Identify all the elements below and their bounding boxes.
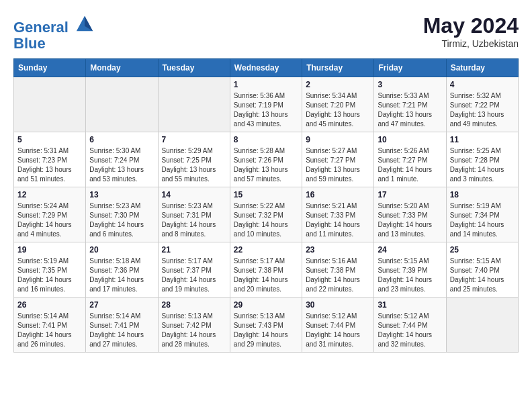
day-info: Sunrise: 5:17 AMSunset: 7:37 PMDaylight:…: [162, 257, 226, 294]
day-number: 29: [234, 300, 298, 310]
day-info: Sunrise: 5:32 AMSunset: 7:22 PMDaylight:…: [450, 91, 515, 129]
calendar-cell: [158, 77, 230, 132]
logo-general: General: [13, 19, 69, 36]
day-info: Sunrise: 5:16 AMSunset: 7:38 PMDaylight:…: [306, 257, 370, 294]
day-info: Sunrise: 5:28 AMSunset: 7:26 PMDaylight:…: [234, 146, 298, 184]
calendar-cell: 22Sunrise: 5:17 AMSunset: 7:38 PMDayligh…: [230, 242, 302, 298]
day-number: 11: [450, 135, 515, 144]
day-info: Sunrise: 5:17 AMSunset: 7:38 PMDaylight:…: [234, 257, 298, 294]
day-number: 28: [162, 300, 226, 310]
weekday-header-saturday: Saturday: [446, 59, 518, 77]
day-info: Sunrise: 5:14 AMSunset: 7:41 PMDaylight:…: [89, 312, 154, 349]
day-info: Sunrise: 5:19 AMSunset: 7:34 PMDaylight:…: [450, 201, 515, 239]
weekday-header-friday: Friday: [374, 59, 446, 77]
calendar-cell: 11Sunrise: 5:25 AMSunset: 7:28 PMDayligh…: [446, 132, 518, 187]
calendar-table: SundayMondayTuesdayWednesdayThursdayFrid…: [13, 58, 519, 353]
calendar-cell: [14, 77, 86, 132]
day-info: Sunrise: 5:15 AMSunset: 7:40 PMDaylight:…: [450, 257, 515, 294]
calendar-cell: 8Sunrise: 5:28 AMSunset: 7:26 PMDaylight…: [230, 132, 302, 187]
calendar-cell: 12Sunrise: 5:24 AMSunset: 7:29 PMDayligh…: [14, 187, 86, 242]
day-info: Sunrise: 5:30 AMSunset: 7:24 PMDaylight:…: [89, 146, 154, 184]
calendar-cell: 9Sunrise: 5:27 AMSunset: 7:27 PMDaylight…: [302, 132, 374, 187]
calendar-week-5: 26Sunrise: 5:14 AMSunset: 7:41 PMDayligh…: [14, 298, 519, 353]
day-number: 23: [306, 245, 370, 255]
weekday-header-sunday: Sunday: [14, 59, 86, 77]
day-info: Sunrise: 5:14 AMSunset: 7:41 PMDaylight:…: [17, 312, 82, 349]
calendar-header-row: SundayMondayTuesdayWednesdayThursdayFrid…: [14, 59, 519, 77]
calendar-cell: 25Sunrise: 5:15 AMSunset: 7:40 PMDayligh…: [446, 242, 518, 298]
day-number: 1: [234, 80, 298, 89]
day-number: 31: [378, 300, 442, 310]
day-number: 7: [162, 135, 226, 144]
calendar-cell: [86, 77, 158, 132]
day-info: Sunrise: 5:13 AMSunset: 7:43 PMDaylight:…: [234, 312, 298, 349]
calendar-cell: 6Sunrise: 5:30 AMSunset: 7:24 PMDaylight…: [86, 132, 158, 187]
day-info: Sunrise: 5:18 AMSunset: 7:36 PMDaylight:…: [89, 257, 154, 294]
calendar-cell: 20Sunrise: 5:18 AMSunset: 7:36 PMDayligh…: [86, 242, 158, 298]
calendar-cell: 3Sunrise: 5:33 AMSunset: 7:21 PMDaylight…: [374, 77, 446, 132]
day-info: Sunrise: 5:25 AMSunset: 7:28 PMDaylight:…: [450, 146, 515, 184]
day-number: 2: [306, 80, 370, 89]
day-number: 12: [17, 190, 82, 199]
weekday-header-wednesday: Wednesday: [230, 59, 302, 77]
month-title: May 2024: [423, 13, 519, 38]
logo: General Blue: [13, 13, 94, 52]
day-number: 24: [378, 245, 442, 255]
day-number: 9: [306, 135, 370, 144]
calendar-cell: 14Sunrise: 5:23 AMSunset: 7:31 PMDayligh…: [158, 187, 230, 242]
day-info: Sunrise: 5:19 AMSunset: 7:35 PMDaylight:…: [17, 257, 82, 294]
calendar-week-1: 1Sunrise: 5:36 AMSunset: 7:19 PMDaylight…: [14, 77, 519, 132]
weekday-header-thursday: Thursday: [302, 59, 374, 77]
day-info: Sunrise: 5:33 AMSunset: 7:21 PMDaylight:…: [378, 91, 442, 129]
day-number: 22: [234, 245, 298, 255]
weekday-header-tuesday: Tuesday: [158, 59, 230, 77]
day-info: Sunrise: 5:13 AMSunset: 7:42 PMDaylight:…: [162, 312, 226, 349]
weekday-header-monday: Monday: [86, 59, 158, 77]
day-number: 18: [450, 190, 515, 199]
day-info: Sunrise: 5:31 AMSunset: 7:23 PMDaylight:…: [17, 146, 82, 184]
day-number: 6: [89, 135, 154, 144]
day-number: 14: [162, 190, 226, 199]
day-info: Sunrise: 5:12 AMSunset: 7:44 PMDaylight:…: [378, 312, 442, 349]
day-number: 4: [450, 80, 515, 89]
calendar-cell: 30Sunrise: 5:12 AMSunset: 7:44 PMDayligh…: [302, 298, 374, 353]
day-info: Sunrise: 5:15 AMSunset: 7:39 PMDaylight:…: [378, 257, 442, 294]
day-info: Sunrise: 5:20 AMSunset: 7:33 PMDaylight:…: [378, 201, 442, 239]
calendar-cell: 16Sunrise: 5:21 AMSunset: 7:33 PMDayligh…: [302, 187, 374, 242]
day-number: 27: [89, 300, 154, 310]
day-number: 21: [162, 245, 226, 255]
day-number: 13: [89, 190, 154, 199]
calendar-week-3: 12Sunrise: 5:24 AMSunset: 7:29 PMDayligh…: [14, 187, 519, 242]
calendar-cell: 29Sunrise: 5:13 AMSunset: 7:43 PMDayligh…: [230, 298, 302, 353]
day-number: 16: [306, 190, 370, 199]
calendar-cell: 7Sunrise: 5:29 AMSunset: 7:25 PMDaylight…: [158, 132, 230, 187]
day-info: Sunrise: 5:23 AMSunset: 7:30 PMDaylight:…: [89, 201, 154, 239]
day-info: Sunrise: 5:23 AMSunset: 7:31 PMDaylight:…: [162, 201, 226, 239]
location-subtitle: Tirmiz, Uzbekistan: [423, 38, 519, 49]
calendar-cell: 10Sunrise: 5:26 AMSunset: 7:27 PMDayligh…: [374, 132, 446, 187]
calendar-cell: 15Sunrise: 5:22 AMSunset: 7:32 PMDayligh…: [230, 187, 302, 242]
calendar-cell: 28Sunrise: 5:13 AMSunset: 7:42 PMDayligh…: [158, 298, 230, 353]
calendar-cell: 18Sunrise: 5:19 AMSunset: 7:34 PMDayligh…: [446, 187, 518, 242]
day-info: Sunrise: 5:12 AMSunset: 7:44 PMDaylight:…: [306, 312, 370, 349]
day-number: 8: [234, 135, 298, 144]
day-info: Sunrise: 5:26 AMSunset: 7:27 PMDaylight:…: [378, 146, 442, 184]
day-number: 19: [17, 245, 82, 255]
day-info: Sunrise: 5:22 AMSunset: 7:32 PMDaylight:…: [234, 201, 298, 239]
day-number: 15: [234, 190, 298, 199]
calendar-cell: 5Sunrise: 5:31 AMSunset: 7:23 PMDaylight…: [14, 132, 86, 187]
title-block: May 2024 Tirmiz, Uzbekistan: [423, 13, 519, 49]
day-info: Sunrise: 5:27 AMSunset: 7:27 PMDaylight:…: [306, 146, 370, 184]
calendar-cell: 23Sunrise: 5:16 AMSunset: 7:38 PMDayligh…: [302, 242, 374, 298]
calendar-cell: 4Sunrise: 5:32 AMSunset: 7:22 PMDaylight…: [446, 77, 518, 132]
logo-icon: [75, 13, 94, 32]
day-info: Sunrise: 5:21 AMSunset: 7:33 PMDaylight:…: [306, 201, 370, 239]
day-number: 20: [89, 245, 154, 255]
day-info: Sunrise: 5:29 AMSunset: 7:25 PMDaylight:…: [162, 146, 226, 184]
calendar-cell: 2Sunrise: 5:34 AMSunset: 7:20 PMDaylight…: [302, 77, 374, 132]
day-info: Sunrise: 5:34 AMSunset: 7:20 PMDaylight:…: [306, 91, 370, 129]
day-number: 10: [378, 135, 442, 144]
calendar-cell: 17Sunrise: 5:20 AMSunset: 7:33 PMDayligh…: [374, 187, 446, 242]
day-number: 30: [306, 300, 370, 310]
day-info: Sunrise: 5:24 AMSunset: 7:29 PMDaylight:…: [17, 201, 82, 239]
